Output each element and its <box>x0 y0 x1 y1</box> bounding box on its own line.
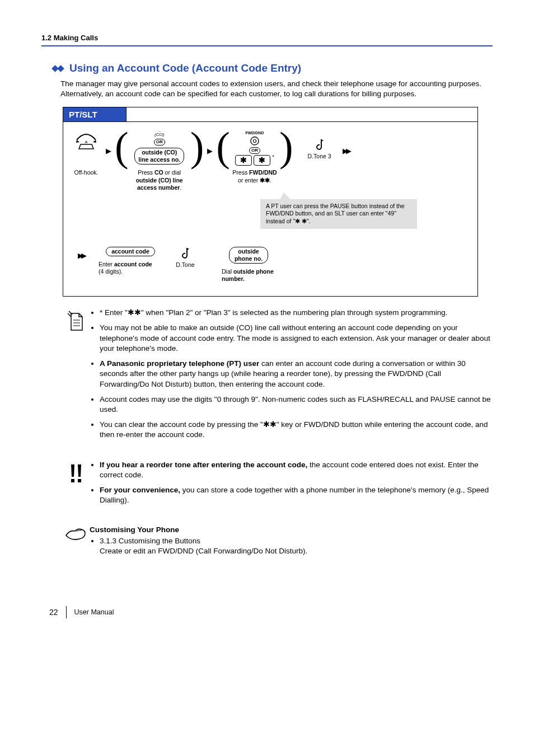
step-caption: Off-hook. <box>74 169 99 176</box>
brace-icon: ( <box>115 130 129 163</box>
or-label: OR <box>249 147 260 154</box>
continue-arrow-icon: ▶▶ <box>78 251 85 260</box>
or-label: OR <box>154 139 165 145</box>
svg-rect-6 <box>71 479 74 482</box>
callout-note: A PT user can press the PAUSE button ins… <box>260 199 417 229</box>
list-item: If you hear a reorder tone after enterin… <box>100 460 493 480</box>
co-label: (CO) <box>154 132 164 138</box>
page-number: 22 <box>49 608 58 617</box>
important-icon <box>63 460 90 511</box>
pill-text: outside (CO) <box>138 149 180 156</box>
tone-label: D.Tone 3 <box>308 153 331 160</box>
account-code-pill: account code <box>106 247 155 256</box>
offhook-icon <box>75 131 97 166</box>
brace-icon: ) <box>190 130 204 163</box>
svg-point-2 <box>253 139 256 142</box>
breadcrumb: 1.2 Making Calls <box>41 34 493 46</box>
star-key: ✱ <box>254 155 270 166</box>
brace-icon: ) <box>279 130 293 163</box>
list-item: Account codes may use the digits "0 thro… <box>100 395 493 415</box>
fwddnd-label: FWD/DND <box>245 131 264 136</box>
diagram-tab: PT/SLT <box>63 107 127 121</box>
footnote-marker: * <box>272 154 274 160</box>
arrow-icon: ▶ <box>207 147 213 155</box>
procedure-diagram: PT/SLT Off-hook. ▶ ( <box>63 107 478 297</box>
pill-text: phone no. <box>235 255 263 262</box>
customise-heading: Customising Your Phone <box>90 525 493 534</box>
customise-icon <box>63 525 90 561</box>
brace-icon: ( <box>216 130 230 163</box>
list-item: * Enter "✱✱" when "Plan 2" or "Plan 3" i… <box>100 308 493 318</box>
step-caption: Press FWD/DND or enter ✱✱. <box>232 169 277 184</box>
footer-label: User Manual <box>74 608 114 616</box>
page-footer: 22 User Manual <box>49 606 493 618</box>
list-item: 3.1.3 Customising the Buttons Create or … <box>100 536 493 556</box>
intro-paragraph: The manager may give personal account co… <box>60 79 493 99</box>
page-title: Using an Account Code (Account Code Entr… <box>69 62 301 74</box>
list-item: A Panasonic proprietary telephone (PT) u… <box>100 359 493 389</box>
star-key: ✱ <box>235 155 252 166</box>
notes-list-1: * Enter "✱✱" when "Plan 2" or "Plan 3" i… <box>90 308 493 440</box>
continue-arrow-icon: ▶▶ <box>343 147 349 155</box>
list-item: For your convenience, you can store a co… <box>100 485 493 505</box>
tone-icon <box>179 246 191 260</box>
tone-label: D.Tone <box>176 261 194 269</box>
list-item: You may not be able to make an outside (… <box>100 323 493 354</box>
section-bullet-icon <box>53 66 66 71</box>
arrow-icon: ▶ <box>106 147 111 155</box>
notes-list-2: If you hear a reorder tone after enterin… <box>90 460 493 506</box>
step-caption: Press CO or dial outside (CO) line acces… <box>129 169 190 191</box>
svg-rect-7 <box>78 479 81 482</box>
note-icon <box>63 308 90 445</box>
tone-icon <box>313 137 326 152</box>
svg-point-1 <box>251 137 259 145</box>
list-item: You can clear the account code by pressi… <box>100 420 493 440</box>
pill-text: outside <box>235 248 263 255</box>
fwddnd-button-icon <box>249 136 260 146</box>
step-caption: Dial outside phone number. <box>214 268 283 283</box>
pill-text: line access no. <box>138 156 180 163</box>
step-caption: Enter account code (4 digits). <box>95 261 166 275</box>
